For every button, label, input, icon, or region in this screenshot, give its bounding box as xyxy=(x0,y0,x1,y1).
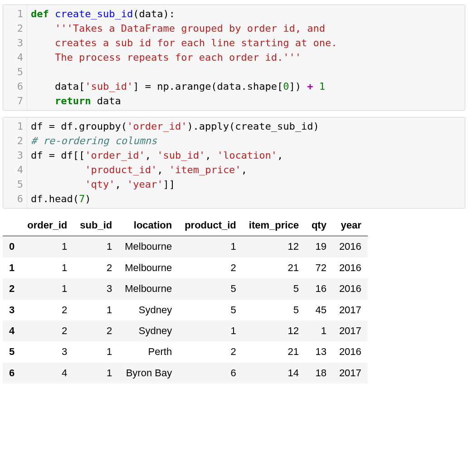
dataframe-output: order_id sub_id location product_id item… xyxy=(3,215,465,384)
code-token: # re-ordering columns xyxy=(31,135,157,146)
code-token: + xyxy=(307,81,313,92)
line-number: 1 xyxy=(3,7,23,21)
code-token: ).apply(create_sub_id) xyxy=(187,121,319,132)
table-cell: 6 xyxy=(178,363,243,384)
code-line: df = df[['order_id', 'sub_id', 'location… xyxy=(31,148,461,163)
table-cell: 72 xyxy=(305,257,333,278)
code-line: def create_sub_id(data): xyxy=(31,7,461,21)
line-number: 5 xyxy=(3,177,23,192)
row-index: 1 xyxy=(3,257,21,278)
code-line: creates a sub id for each line starting … xyxy=(31,36,461,50)
table-cell: 2016 xyxy=(333,257,368,278)
code-line: # re-ordering columns xyxy=(31,134,461,148)
table-cell: Melbourne xyxy=(118,236,178,257)
table-row: 321Sydney55452017 xyxy=(3,300,368,321)
table-cell: 2 xyxy=(73,257,118,278)
table-cell: 5 xyxy=(243,300,305,321)
table-cell: 1 xyxy=(21,257,73,278)
code-line: 'product_id', 'item_price', xyxy=(31,163,461,177)
table-cell: 2017 xyxy=(333,363,368,384)
code-token: 'product_id' xyxy=(85,164,157,175)
code-line: '''Takes a DataFrame grouped by order id… xyxy=(31,21,461,36)
code-line: df.head(7) xyxy=(31,192,461,206)
table-cell: 12 xyxy=(243,236,305,257)
table-cell: 1 xyxy=(73,363,118,384)
table-cell: 2 xyxy=(21,321,73,341)
code-token: 'item_price' xyxy=(169,164,241,175)
code-token: 'sub_id' xyxy=(85,81,133,92)
line-number: 3 xyxy=(3,36,23,50)
code-token xyxy=(313,81,319,92)
code-token: , xyxy=(115,179,127,190)
code-token: ]] xyxy=(163,179,175,190)
code-editor[interactable]: def create_sub_id(data): '''Takes a Data… xyxy=(27,5,465,110)
table-cell: 2016 xyxy=(333,236,368,257)
code-token xyxy=(31,23,55,34)
table-cell: 19 xyxy=(305,236,333,257)
code-token: 'order_id' xyxy=(127,121,187,132)
code-token xyxy=(31,179,85,190)
row-index: 2 xyxy=(3,278,21,299)
code-token: , xyxy=(241,164,247,175)
table-cell: 5 xyxy=(178,300,243,321)
code-cell-1[interactable]: 1 2 3 4 5 6 7 def create_sub_id(data): '… xyxy=(3,5,465,111)
code-line: The process repeats for each order id.''… xyxy=(31,50,461,65)
code-token: , xyxy=(157,164,169,175)
code-token: , xyxy=(145,150,157,161)
table-cell: 3 xyxy=(21,341,73,362)
line-number: 1 xyxy=(3,119,23,134)
table-row: 011Melbourne112192016 xyxy=(3,236,368,257)
column-header: product_id xyxy=(178,215,243,236)
line-number: 5 xyxy=(3,65,23,79)
table-cell: 2 xyxy=(178,341,243,362)
code-token xyxy=(31,95,55,107)
table-cell: 2 xyxy=(73,321,118,341)
column-header: sub_id xyxy=(73,215,118,236)
table-cell: 2017 xyxy=(333,300,368,321)
code-line: 'qty', 'year']] xyxy=(31,177,461,192)
line-number: 3 xyxy=(3,148,23,163)
table-cell: 21 xyxy=(243,257,305,278)
line-number: 2 xyxy=(3,134,23,148)
table-cell: 1 xyxy=(73,300,118,321)
code-token: 7 xyxy=(79,193,85,204)
code-editor[interactable]: df = df.groupby('order_id').apply(create… xyxy=(27,117,465,208)
table-row: 531Perth221132016 xyxy=(3,341,368,362)
dataframe-table: order_id sub_id location product_id item… xyxy=(3,215,368,384)
table-cell: 1 xyxy=(178,321,243,341)
code-line: df = df.groupby('order_id').apply(create… xyxy=(31,119,461,134)
row-index: 0 xyxy=(3,236,21,257)
table-cell: 2016 xyxy=(333,341,368,362)
code-token: df.head( xyxy=(31,193,79,204)
line-number: 7 xyxy=(3,94,23,108)
code-token: data xyxy=(91,95,121,107)
table-row: 422Sydney11212017 xyxy=(3,321,368,341)
line-number: 4 xyxy=(3,163,23,177)
code-line xyxy=(31,65,461,79)
table-cell: 4 xyxy=(21,363,73,384)
table-cell: Melbourne xyxy=(118,278,178,299)
table-cell: 14 xyxy=(243,363,305,384)
table-cell: 2016 xyxy=(333,278,368,299)
table-header-row: order_id sub_id location product_id item… xyxy=(3,215,368,236)
code-token: , xyxy=(205,150,217,161)
code-token: create_sub_id xyxy=(55,8,133,19)
code-token: 'location' xyxy=(217,150,277,161)
code-token: 'qty' xyxy=(85,179,115,190)
table-row: 213Melbourne55162016 xyxy=(3,278,368,299)
code-cell-2[interactable]: 1 2 3 4 5 6 df = df.groupby('order_id').… xyxy=(3,117,465,209)
table-cell: 16 xyxy=(305,278,333,299)
table-cell: 13 xyxy=(305,341,333,362)
line-number: 6 xyxy=(3,192,23,206)
column-header: year xyxy=(333,215,368,236)
table-cell: 2 xyxy=(178,257,243,278)
column-header: order_id xyxy=(21,215,73,236)
table-cell: 21 xyxy=(243,341,305,362)
code-token: data[ xyxy=(31,81,85,92)
table-cell: 18 xyxy=(305,363,333,384)
column-header: location xyxy=(118,215,178,236)
table-cell: 1 xyxy=(21,236,73,257)
code-token: 0 xyxy=(283,81,289,92)
code-token: 1 xyxy=(319,81,325,92)
code-token: The process repeats for each order id.''… xyxy=(55,52,301,63)
